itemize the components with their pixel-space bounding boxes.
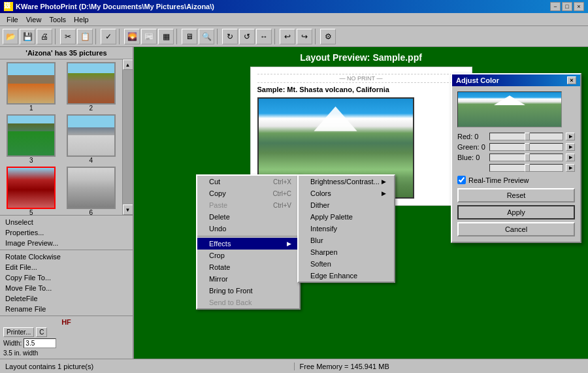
- ctx-properties[interactable]: Properties...: [0, 227, 133, 238]
- ctx-cut-shortcut: Ctrl+X: [273, 178, 291, 186]
- custom-button[interactable]: C: [36, 327, 47, 337]
- tool-zoom[interactable]: 🔍: [199, 29, 214, 44]
- blue-slider-track[interactable]: [489, 154, 563, 161]
- apply-button[interactable]: Apply: [457, 205, 575, 219]
- photo-thumb-4[interactable]: [67, 114, 116, 157]
- menu-file[interactable]: File: [3, 14, 22, 25]
- minimize-button[interactable]: −: [550, 2, 561, 11]
- photo-cell-1[interactable]: 1: [3, 62, 60, 112]
- ctx-colors[interactable]: Colors ▶: [299, 187, 394, 199]
- photo-num-2: 2: [89, 105, 93, 112]
- ctx-brightness[interactable]: Brightness/Contrast... ▶: [299, 176, 394, 187]
- red-slider-track[interactable]: [489, 133, 563, 140]
- ctx-effects[interactable]: Effects ▶: [197, 238, 299, 250]
- ctx-send-back[interactable]: Send to Back: [197, 297, 299, 308]
- menu-help[interactable]: Help: [70, 14, 93, 25]
- snow-cap: [304, 106, 366, 131]
- cancel-button[interactable]: Cancel: [457, 222, 575, 236]
- scroll-up-btn[interactable]: ▲: [123, 59, 133, 70]
- dialog-close-button[interactable]: ×: [567, 76, 576, 84]
- ctx-send-back-label: Send to Back: [209, 299, 252, 306]
- width-row: Width:: [3, 338, 129, 348]
- close-button[interactable]: ×: [574, 2, 584, 11]
- ctx-unselect[interactable]: Unselect: [0, 217, 133, 227]
- ctx-rotate-cw[interactable]: Rotate Clockwise: [0, 251, 133, 262]
- toolbar-separator-2: [95, 29, 98, 44]
- maximize-button[interactable]: □: [562, 2, 572, 11]
- tool-grid[interactable]: ▦: [158, 29, 174, 44]
- ctx-sharpen[interactable]: Sharpen: [299, 246, 394, 258]
- menu-view[interactable]: View: [22, 14, 46, 25]
- sample-label: Sample: Mt. Shasta volcano, California: [257, 86, 465, 93]
- tool-undo[interactable]: ↩: [280, 29, 295, 44]
- green-slider-track[interactable]: [489, 143, 563, 151]
- tool-save[interactable]: 💾: [20, 29, 35, 44]
- ctx-dither[interactable]: Dither: [299, 199, 394, 211]
- photo-cell-6[interactable]: 6: [63, 167, 120, 215]
- ctx-rotate[interactable]: Rotate: [197, 261, 299, 273]
- tool-cut[interactable]: ✂: [60, 29, 76, 44]
- ctx-delete[interactable]: Delete: [197, 211, 299, 223]
- ctx-effects-label: Effects: [209, 240, 231, 248]
- tool-photo[interactable]: 🌄: [124, 29, 140, 44]
- tool-monitor[interactable]: 🖥: [182, 29, 197, 44]
- photo-cell-3[interactable]: 3: [3, 114, 60, 164]
- photo-thumb-1[interactable]: [7, 62, 56, 105]
- ctx-delete[interactable]: DeleteFile: [0, 293, 133, 304]
- photo-cell-2[interactable]: 2: [63, 62, 120, 112]
- ctx-soften[interactable]: Soften: [299, 258, 394, 270]
- green-slider-thumb[interactable]: [525, 143, 530, 151]
- ctx-rename[interactable]: Rename File: [0, 304, 133, 314]
- combined-slider-arrow[interactable]: ▶: [566, 164, 575, 172]
- ctx-image-preview[interactable]: Image Preview...: [0, 238, 133, 248]
- green-slider-arrow[interactable]: ▶: [566, 143, 575, 151]
- red-slider-thumb[interactable]: [525, 133, 530, 140]
- tool-open[interactable]: 📂: [3, 29, 18, 44]
- ctx-mirror[interactable]: Mirror: [197, 273, 299, 285]
- photo-thumb-3[interactable]: [7, 114, 56, 157]
- reset-button[interactable]: Reset: [457, 188, 575, 203]
- realtime-checkbox[interactable]: [457, 176, 466, 184]
- tool-layout[interactable]: 📰: [141, 29, 157, 44]
- tool-redo[interactable]: ↪: [297, 29, 312, 44]
- photo-cell-5[interactable]: 5: [3, 167, 60, 215]
- ctx-edit-file[interactable]: Edit File...: [0, 262, 133, 272]
- photo-thumb-5[interactable]: [7, 167, 56, 209]
- combined-slider-thumb[interactable]: [525, 164, 530, 172]
- blue-slider-arrow[interactable]: ▶: [566, 154, 575, 161]
- photo-cell-4[interactable]: 4: [63, 114, 120, 164]
- ctx-copy[interactable]: Copy Ctrl+C: [197, 187, 299, 199]
- ctx-move-to[interactable]: Move File To...: [0, 283, 133, 293]
- ctx-copy-to[interactable]: Copy File To...: [0, 272, 133, 283]
- width-input[interactable]: [24, 338, 56, 348]
- tool-copy[interactable]: 📋: [77, 29, 93, 44]
- scroll-down-btn[interactable]: ▼: [123, 204, 133, 215]
- scroll-track[interactable]: [123, 70, 133, 204]
- red-slider-arrow[interactable]: ▶: [566, 133, 575, 140]
- ctx-undo[interactable]: Undo: [197, 223, 299, 235]
- tool-checkmark[interactable]: ✓: [101, 29, 116, 44]
- ctx-blur[interactable]: Blur: [299, 235, 394, 246]
- photo-thumb-6[interactable]: [67, 167, 116, 209]
- ctx-apply-palette[interactable]: Apply Palette: [299, 211, 394, 223]
- photo-thumb-2[interactable]: [67, 62, 116, 105]
- tool-print[interactable]: 🖨: [37, 29, 52, 44]
- ctx-crop[interactable]: Crop: [197, 250, 299, 261]
- combined-slider-track[interactable]: [489, 164, 563, 172]
- printer-button[interactable]: Printer...: [3, 327, 34, 337]
- realtime-label[interactable]: Real-Time Preview: [468, 176, 529, 184]
- ctx-dither-label: Dither: [310, 201, 329, 209]
- menu-tools[interactable]: Tools: [45, 14, 70, 25]
- ctx-bring-front[interactable]: Bring to Front: [197, 285, 299, 297]
- tool-flip[interactable]: ↔: [256, 29, 272, 44]
- tool-rotate-ccw[interactable]: ↺: [239, 29, 255, 44]
- ctx-intensify[interactable]: Intensify: [299, 223, 394, 235]
- ctx-brightness-arrow: ▶: [382, 178, 386, 185]
- ctx-cut[interactable]: Cut Ctrl+X: [197, 176, 299, 187]
- tool-rotate-cw[interactable]: ↻: [222, 29, 238, 44]
- blue-slider-thumb[interactable]: [525, 154, 530, 161]
- ctx-edge-enhance[interactable]: Edge Enhance: [299, 270, 394, 282]
- window-title: KWare PhotoPrint (D:\My Documents\My Pic…: [16, 3, 214, 10]
- tool-settings[interactable]: ⚙: [320, 29, 336, 44]
- ctx-paste[interactable]: Paste Ctrl+V: [197, 199, 299, 211]
